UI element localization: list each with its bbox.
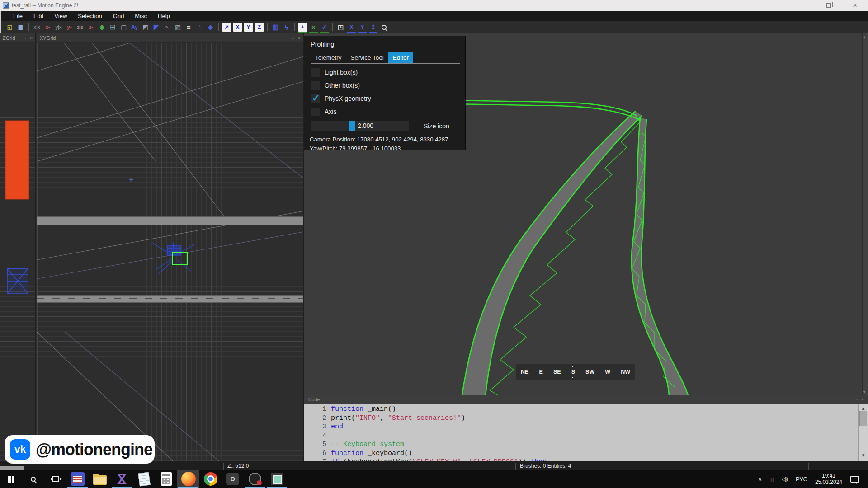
- pin-icon[interactable]: ▫: [856, 397, 858, 402]
- compass-w[interactable]: W: [605, 369, 610, 375]
- scroll-down-icon[interactable]: ▾: [863, 390, 865, 394]
- physics-icon[interactable]: ϟ: [282, 23, 291, 32]
- axis-x-button[interactable]: X: [233, 23, 242, 32]
- taskbar-app-obs[interactable]: [244, 470, 266, 488]
- scroll-thumb[interactable]: [859, 411, 867, 426]
- taskbar-app-firefox[interactable]: [177, 470, 199, 488]
- pin-icon[interactable]: ▫: [25, 36, 27, 41]
- start-button[interactable]: [0, 470, 22, 488]
- code-scrollbar[interactable]: ▲ ▼: [858, 404, 868, 461]
- checkbox-row-physx-geometry[interactable]: ✓ PhysX geometry: [311, 94, 465, 103]
- taskbar-app-calculator[interactable]: [155, 470, 177, 488]
- taskbar-clock[interactable]: 19:41 25.03.2024: [811, 473, 846, 485]
- translate-y-icon[interactable]: y•: [65, 23, 74, 32]
- pyramid-icon[interactable]: ◈: [206, 23, 215, 32]
- taskbar-app-explorer[interactable]: [89, 470, 111, 488]
- compass-sw[interactable]: SW: [585, 369, 594, 375]
- menu-edit[interactable]: Edit: [28, 13, 49, 19]
- menu-misc[interactable]: Misc: [129, 13, 152, 19]
- grid-icon[interactable]: ⊞: [108, 23, 118, 32]
- minimize-button[interactable]: –: [789, 0, 816, 11]
- tab-telemetry[interactable]: Telemetry: [311, 52, 346, 63]
- checkbox-physx-geometry[interactable]: ✓: [311, 94, 320, 103]
- texture-icon[interactable]: ◩: [141, 23, 150, 32]
- speaker-icon[interactable]: ◁)): [778, 476, 792, 482]
- save-icon[interactable]: ▣: [16, 23, 25, 32]
- snap-point-icon[interactable]: ◉: [97, 23, 107, 32]
- taskbar-app-visual-studio[interactable]: ⋈: [111, 470, 133, 488]
- checkbox-axis[interactable]: [311, 108, 320, 116]
- tab-editor[interactable]: Editor: [388, 52, 413, 63]
- mirror-z-icon[interactable]: z|s: [75, 23, 85, 32]
- menu-selection[interactable]: Selection: [72, 13, 107, 19]
- slider-handle[interactable]: [349, 121, 355, 131]
- viewport-scrollbar[interactable]: ▴ ▾: [862, 33, 868, 395]
- taskbar-search-button[interactable]: [22, 470, 44, 488]
- language-indicator[interactable]: РУС: [792, 476, 811, 483]
- image-icon[interactable]: ▨: [173, 23, 183, 32]
- checkbox-row-axis[interactable]: Axis: [311, 107, 465, 116]
- checkbox-row-light-boxes[interactable]: Light box(s): [311, 68, 465, 77]
- menu-view[interactable]: View: [49, 13, 72, 19]
- tab-service-tool[interactable]: Service Tool: [346, 52, 388, 63]
- close-icon[interactable]: ×: [30, 36, 33, 41]
- mirror-y-icon[interactable]: y|x: [54, 23, 63, 32]
- usb-device-icon[interactable]: ▯: [766, 476, 778, 483]
- zgrid-canvas[interactable]: [0, 43, 35, 461]
- search-box-icon[interactable]: [379, 23, 389, 32]
- menu-file[interactable]: File: [8, 13, 28, 19]
- mirror-x-icon[interactable]: x|x: [32, 23, 42, 32]
- cut-brush-icon[interactable]: ×: [309, 23, 318, 32]
- code-editor[interactable]: 1function _main() 2print("INFO", "Start …: [304, 404, 868, 461]
- pin-icon[interactable]: ▫: [292, 36, 294, 41]
- blue-wire-box[interactable]: [7, 268, 28, 294]
- compass-nw[interactable]: NW: [621, 369, 630, 375]
- compass-e[interactable]: E: [539, 369, 542, 375]
- taskbar-app-green[interactable]: [266, 470, 288, 488]
- lock-x-icon[interactable]: X: [347, 23, 356, 32]
- move-free-button[interactable]: ↗: [222, 23, 231, 32]
- list-icon[interactable]: ≡: [184, 23, 193, 32]
- marquee-icon[interactable]: ▢: [119, 23, 128, 32]
- tray-chevron-icon[interactable]: ∧: [754, 476, 766, 483]
- scroll-up-icon[interactable]: ▴: [863, 35, 865, 39]
- spotlight-icon[interactable]: ◤: [151, 23, 161, 32]
- menu-help[interactable]: Help: [152, 13, 175, 19]
- add-brush-button[interactable]: +: [298, 23, 307, 32]
- restore-button[interactable]: [816, 0, 842, 11]
- taskbar-app-floppy[interactable]: [66, 470, 89, 488]
- checkbox-light-boxes[interactable]: [311, 68, 320, 77]
- taskbar-app-d[interactable]: D: [222, 470, 244, 488]
- main-3d-viewport[interactable]: ▴ ▾ NE E SE S SW W NW Profiling Telemetr…: [304, 33, 868, 395]
- new-window-icon[interactable]: ◳: [336, 23, 345, 32]
- task-view-button[interactable]: [44, 470, 66, 488]
- close-button[interactable]: ×: [842, 0, 868, 11]
- compass-ne[interactable]: NE: [521, 369, 528, 375]
- compass-s[interactable]: S: [571, 369, 575, 375]
- checkbox-row-other-boxes[interactable]: Other box(s): [311, 81, 465, 90]
- xygrid-canvas[interactable]: [37, 43, 303, 461]
- axis-z-button[interactable]: Z: [255, 23, 264, 32]
- xygrid-viewport[interactable]: XYGrid ▫ ×: [37, 33, 304, 461]
- lock-y-icon[interactable]: Y: [358, 23, 367, 32]
- open-file-icon[interactable]: ◱: [5, 23, 14, 32]
- lock-z-icon[interactable]: Z: [368, 23, 378, 32]
- translate-x-icon[interactable]: x•: [43, 23, 52, 32]
- notification-center-icon[interactable]: [850, 476, 859, 483]
- points-icon[interactable]: ∴: [195, 23, 204, 32]
- translate-z-icon[interactable]: z•: [86, 23, 96, 32]
- compass-se[interactable]: SE: [553, 369, 561, 375]
- apply-icon[interactable]: ✓: [320, 23, 329, 32]
- axis-label-icon[interactable]: Ay: [130, 23, 139, 32]
- size-icon-slider[interactable]: 2.000: [311, 121, 409, 131]
- close-icon[interactable]: ×: [861, 397, 863, 402]
- library-icon[interactable]: ▥: [271, 23, 280, 32]
- taskbar-app-chrome[interactable]: [199, 470, 222, 488]
- menu-grid[interactable]: Grid: [108, 13, 130, 19]
- scroll-down-icon[interactable]: ▼: [859, 451, 868, 460]
- cursor-add-icon[interactable]: ↖: [162, 23, 172, 32]
- checkbox-other-boxes[interactable]: [311, 81, 320, 90]
- axis-y-button[interactable]: Y: [244, 23, 253, 32]
- camera-gizmo[interactable]: [37, 43, 303, 461]
- taskbar-app-notepad[interactable]: [133, 470, 155, 488]
